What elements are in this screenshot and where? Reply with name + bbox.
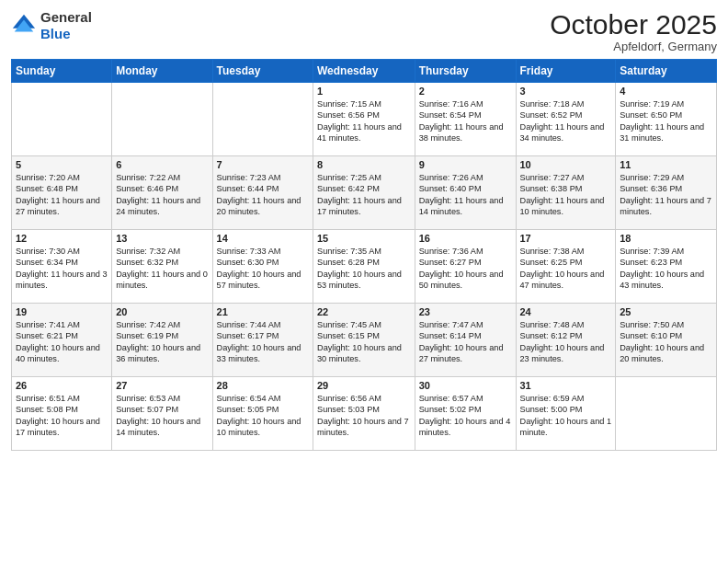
header-sunday: Sunday [12, 60, 112, 83]
logo-text: General Blue [40, 9, 92, 42]
day-info: Sunrise: 7:25 AM Sunset: 6:42 PM Dayligh… [317, 172, 411, 218]
day-number: 20 [116, 306, 208, 317]
day-number: 7 [217, 159, 309, 170]
calendar-cell: 10Sunrise: 7:27 AM Sunset: 6:38 PM Dayli… [516, 156, 616, 230]
calendar-cell: 9Sunrise: 7:26 AM Sunset: 6:40 PM Daylig… [415, 156, 516, 230]
day-info: Sunrise: 7:32 AM Sunset: 6:32 PM Dayligh… [116, 246, 208, 292]
calendar-cell: 21Sunrise: 7:44 AM Sunset: 6:17 PM Dayli… [212, 304, 313, 377]
day-number: 19 [16, 306, 108, 317]
day-info: Sunrise: 7:29 AM Sunset: 6:36 PM Dayligh… [620, 172, 712, 218]
day-info: Sunrise: 7:36 AM Sunset: 6:27 PM Dayligh… [419, 246, 512, 292]
day-info: Sunrise: 7:19 AM Sunset: 6:50 PM Dayligh… [620, 98, 712, 144]
calendar-cell: 29Sunrise: 6:56 AM Sunset: 5:03 PM Dayli… [313, 377, 415, 451]
day-number: 4 [620, 86, 712, 97]
day-number: 31 [520, 380, 612, 391]
day-info: Sunrise: 7:15 AM Sunset: 6:56 PM Dayligh… [317, 98, 411, 144]
calendar-cell: 19Sunrise: 7:41 AM Sunset: 6:21 PM Dayli… [12, 304, 112, 377]
day-number: 13 [116, 233, 208, 244]
day-info: Sunrise: 7:20 AM Sunset: 6:48 PM Dayligh… [16, 172, 108, 218]
day-number: 11 [620, 159, 712, 170]
calendar-cell: 6Sunrise: 7:22 AM Sunset: 6:46 PM Daylig… [112, 156, 212, 230]
day-number: 1 [317, 86, 411, 97]
calendar-week-4: 19Sunrise: 7:41 AM Sunset: 6:21 PM Dayli… [12, 304, 717, 377]
day-info: Sunrise: 7:39 AM Sunset: 6:23 PM Dayligh… [620, 246, 712, 292]
day-info: Sunrise: 7:22 AM Sunset: 6:46 PM Dayligh… [116, 172, 208, 218]
day-info: Sunrise: 7:45 AM Sunset: 6:15 PM Dayligh… [317, 319, 411, 365]
calendar-cell [212, 83, 313, 156]
calendar-cell: 3Sunrise: 7:18 AM Sunset: 6:52 PM Daylig… [516, 83, 616, 156]
calendar-cell: 14Sunrise: 7:33 AM Sunset: 6:30 PM Dayli… [212, 230, 313, 304]
day-info: Sunrise: 7:18 AM Sunset: 6:52 PM Dayligh… [520, 98, 612, 144]
day-info: Sunrise: 6:53 AM Sunset: 5:07 PM Dayligh… [116, 393, 208, 439]
day-number: 29 [317, 380, 411, 391]
location-subtitle: Apfeldorf, Germany [550, 40, 717, 53]
day-number: 24 [520, 306, 612, 317]
calendar-cell: 5Sunrise: 7:20 AM Sunset: 6:48 PM Daylig… [12, 156, 112, 230]
day-number: 25 [620, 306, 712, 317]
day-number: 23 [419, 306, 512, 317]
day-number: 27 [116, 380, 208, 391]
logo-line2: Blue [40, 26, 71, 41]
calendar-cell: 11Sunrise: 7:29 AM Sunset: 6:36 PM Dayli… [616, 156, 717, 230]
day-number: 9 [419, 159, 512, 170]
calendar-cell: 1Sunrise: 7:15 AM Sunset: 6:56 PM Daylig… [313, 83, 415, 156]
calendar-cell: 23Sunrise: 7:47 AM Sunset: 6:14 PM Dayli… [415, 304, 516, 377]
calendar-cell: 13Sunrise: 7:32 AM Sunset: 6:32 PM Dayli… [112, 230, 212, 304]
calendar-cell [12, 83, 112, 156]
day-info: Sunrise: 7:42 AM Sunset: 6:19 PM Dayligh… [116, 319, 208, 365]
day-info: Sunrise: 7:16 AM Sunset: 6:54 PM Dayligh… [419, 98, 512, 144]
day-info: Sunrise: 7:27 AM Sunset: 6:38 PM Dayligh… [520, 172, 612, 218]
day-info: Sunrise: 7:41 AM Sunset: 6:21 PM Dayligh… [16, 319, 108, 365]
calendar-table: Sunday Monday Tuesday Wednesday Thursday… [11, 59, 717, 451]
day-number: 21 [217, 306, 309, 317]
calendar-cell: 26Sunrise: 6:51 AM Sunset: 5:08 PM Dayli… [12, 377, 112, 451]
calendar-cell: 12Sunrise: 7:30 AM Sunset: 6:34 PM Dayli… [12, 230, 112, 304]
day-number: 12 [16, 233, 108, 244]
day-info: Sunrise: 7:38 AM Sunset: 6:25 PM Dayligh… [520, 246, 612, 292]
day-number: 10 [520, 159, 612, 170]
day-info: Sunrise: 7:23 AM Sunset: 6:44 PM Dayligh… [217, 172, 309, 218]
calendar-cell: 2Sunrise: 7:16 AM Sunset: 6:54 PM Daylig… [415, 83, 516, 156]
page-header: General Blue October 2025 Apfeldorf, Ger… [11, 9, 717, 53]
day-number: 28 [217, 380, 309, 391]
month-title: October 2025 [550, 9, 717, 40]
header-friday: Friday [516, 60, 616, 83]
day-number: 18 [620, 233, 712, 244]
calendar-cell: 28Sunrise: 6:54 AM Sunset: 5:05 PM Dayli… [212, 377, 313, 451]
day-info: Sunrise: 6:57 AM Sunset: 5:02 PM Dayligh… [419, 393, 512, 439]
calendar-cell: 4Sunrise: 7:19 AM Sunset: 6:50 PM Daylig… [616, 83, 717, 156]
day-info: Sunrise: 7:47 AM Sunset: 6:14 PM Dayligh… [419, 319, 512, 365]
day-number: 16 [419, 233, 512, 244]
header-tuesday: Tuesday [212, 60, 313, 83]
day-number: 6 [116, 159, 208, 170]
day-info: Sunrise: 6:56 AM Sunset: 5:03 PM Dayligh… [317, 393, 411, 439]
calendar-cell [616, 377, 717, 451]
logo-icon [11, 13, 37, 39]
day-number: 15 [317, 233, 411, 244]
day-info: Sunrise: 7:26 AM Sunset: 6:40 PM Dayligh… [419, 172, 512, 218]
day-number: 3 [520, 86, 612, 97]
header-wednesday: Wednesday [313, 60, 415, 83]
day-info: Sunrise: 6:59 AM Sunset: 5:00 PM Dayligh… [520, 393, 612, 439]
day-number: 14 [217, 233, 309, 244]
calendar-cell: 30Sunrise: 6:57 AM Sunset: 5:02 PM Dayli… [415, 377, 516, 451]
day-number: 8 [317, 159, 411, 170]
day-number: 17 [520, 233, 612, 244]
day-number: 22 [317, 306, 411, 317]
calendar-cell: 24Sunrise: 7:48 AM Sunset: 6:12 PM Dayli… [516, 304, 616, 377]
day-info: Sunrise: 7:30 AM Sunset: 6:34 PM Dayligh… [16, 246, 108, 292]
calendar-cell: 22Sunrise: 7:45 AM Sunset: 6:15 PM Dayli… [313, 304, 415, 377]
day-number: 30 [419, 380, 512, 391]
calendar-cell: 18Sunrise: 7:39 AM Sunset: 6:23 PM Dayli… [616, 230, 717, 304]
calendar-cell: 7Sunrise: 7:23 AM Sunset: 6:44 PM Daylig… [212, 156, 313, 230]
day-info: Sunrise: 7:48 AM Sunset: 6:12 PM Dayligh… [520, 319, 612, 365]
calendar-cell: 8Sunrise: 7:25 AM Sunset: 6:42 PM Daylig… [313, 156, 415, 230]
day-number: 26 [16, 380, 108, 391]
calendar-cell [112, 83, 212, 156]
header-monday: Monday [112, 60, 212, 83]
day-info: Sunrise: 7:35 AM Sunset: 6:28 PM Dayligh… [317, 246, 411, 292]
calendar-cell: 20Sunrise: 7:42 AM Sunset: 6:19 PM Dayli… [112, 304, 212, 377]
calendar-cell: 16Sunrise: 7:36 AM Sunset: 6:27 PM Dayli… [415, 230, 516, 304]
day-info: Sunrise: 6:54 AM Sunset: 5:05 PM Dayligh… [217, 393, 309, 439]
logo: General Blue [11, 9, 92, 42]
